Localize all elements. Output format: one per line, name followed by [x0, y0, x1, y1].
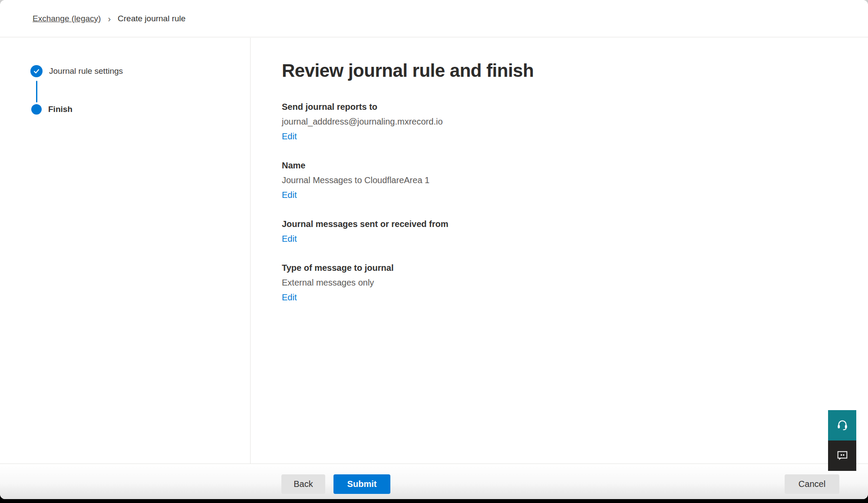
wizard-step-finish[interactable]: Finish	[30, 103, 73, 115]
section-label: Type of message to journal	[282, 262, 833, 274]
edit-name-link[interactable]: Edit	[282, 189, 297, 201]
help-button[interactable]	[828, 410, 856, 441]
cancel-button[interactable]: Cancel	[785, 474, 839, 494]
review-section-name: Name Journal Messages to CloudflareArea …	[282, 160, 833, 201]
wizard-step-label: Finish	[48, 103, 73, 115]
wizard-step-label: Journal rule settings	[49, 65, 123, 77]
review-section-message-type: Type of message to journal External mess…	[282, 262, 833, 303]
chevron-right-icon: ›	[108, 14, 111, 23]
review-section-journal-messages-scope: Journal messages sent or received from E…	[282, 218, 833, 245]
section-label: Send journal reports to	[282, 101, 833, 113]
wizard-step-journal-rule-settings[interactable]: Journal rule settings	[30, 65, 123, 77]
feedback-button[interactable]	[828, 441, 856, 471]
edit-journal-messages-scope-link[interactable]: Edit	[282, 233, 297, 245]
step-current-dot-icon	[31, 104, 42, 115]
action-bar: Back Submit Cancel	[0, 464, 868, 499]
edit-send-journal-reports-link[interactable]: Edit	[282, 131, 297, 142]
breadcrumb-current-page: Create journal rule	[118, 14, 185, 23]
section-value: External messages only	[282, 277, 833, 289]
breadcrumb-link-exchange-legacy[interactable]: Exchange (legacy)	[33, 14, 101, 23]
page-title: Review journal rule and finish	[282, 60, 833, 81]
submit-button[interactable]: Submit	[333, 474, 390, 494]
section-label: Name	[282, 160, 833, 171]
step-connector-line	[36, 81, 37, 102]
wizard-steps-sidebar: Journal rule settings Finish	[0, 38, 251, 464]
back-button[interactable]: Back	[281, 474, 325, 494]
section-value: Journal Messages to CloudflareArea 1	[282, 174, 833, 186]
step-completed-check-icon	[30, 65, 43, 77]
breadcrumb: Exchange (legacy) › Create journal rule	[0, 0, 868, 37]
feedback-icon	[836, 449, 849, 463]
review-panel: Review journal rule and finish Send jour…	[251, 38, 868, 464]
floating-button-stack	[828, 410, 856, 471]
section-value: journal_adddress@journaling.mxrecord.io	[282, 116, 833, 128]
headset-icon	[836, 418, 849, 433]
section-label: Journal messages sent or received from	[282, 218, 833, 230]
app-window: Exchange (legacy) › Create journal rule …	[0, 0, 868, 499]
edit-message-type-link[interactable]: Edit	[282, 292, 297, 303]
review-section-send-journal-reports-to: Send journal reports to journal_adddress…	[282, 101, 833, 142]
